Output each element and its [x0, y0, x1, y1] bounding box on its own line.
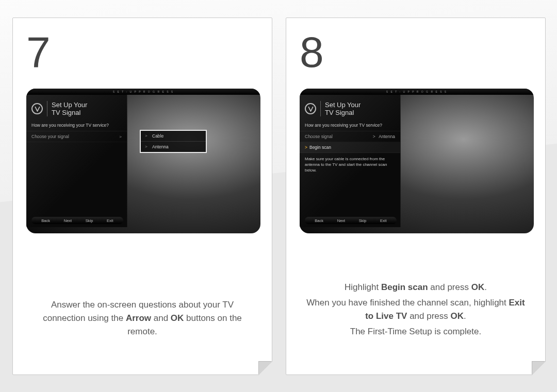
tv-setup-panel: Set Up Your TV Signal How are you receiv…: [26, 95, 127, 227]
panel-title: Set Up Your TV Signal: [52, 101, 87, 116]
tv-screenshot-step8: S E T - U P P R O G R E S S Set Up Your …: [300, 89, 534, 233]
instr-text: Highlight: [345, 282, 381, 292]
nav-next[interactable]: Next: [64, 218, 72, 223]
instruction-text-7: Answer the on-screen questions about you…: [26, 298, 258, 340]
card-folded-corner: [532, 362, 546, 375]
step-number: 7: [26, 27, 258, 77]
tv-top-progress-bar: S E T - U P P R O G R E S S: [300, 89, 534, 95]
instr-text: and: [151, 313, 171, 323]
title-line2: TV Signal: [52, 109, 87, 116]
step-number: 8: [300, 27, 532, 77]
nav-exit[interactable]: Exit: [380, 218, 387, 223]
panel-title: Set Up Your TV Signal: [325, 101, 361, 116]
help-text: Make sure your cable is connected from t…: [300, 153, 400, 176]
nav-back[interactable]: Back: [315, 218, 323, 223]
instr-text: and press: [407, 311, 450, 321]
signal-dropdown-menu: Cable Antenna: [140, 130, 207, 153]
card-folded-corner: [259, 362, 272, 375]
choose-signal-label: Choose signal: [305, 134, 333, 139]
divider: [47, 101, 47, 116]
instr-bold-ok: OK: [171, 313, 184, 323]
nav-next[interactable]: Next: [337, 218, 345, 223]
instr-text: and press: [428, 282, 471, 292]
chevron-right-icon: > Antenna: [373, 134, 395, 139]
nav-skip[interactable]: Skip: [359, 218, 367, 223]
instr-bold-begin-scan: Begin scan: [381, 282, 428, 292]
tv-setup-panel: Set Up Your TV Signal How are you receiv…: [300, 95, 401, 227]
tv-top-progress-bar: S E T - U P P R O G R E S S: [26, 89, 260, 95]
panel-header: Set Up Your TV Signal: [26, 95, 127, 121]
dropdown-option-cable[interactable]: Cable: [141, 131, 206, 142]
title-line2: TV Signal: [325, 109, 361, 116]
step-cards-container: 7 S E T - U P P R O G R E S S Set Up You…: [12, 18, 546, 375]
nav-back[interactable]: Back: [41, 218, 50, 223]
vizio-logo-icon: [305, 103, 316, 114]
choose-signal-row[interactable]: Choose signal > Antenna: [300, 131, 400, 142]
panel-question: How are you receiving your TV service?: [26, 121, 127, 131]
nav-exit[interactable]: Exit: [107, 218, 113, 223]
tv-screenshot-step7: S E T - U P P R O G R E S S Set Up Your …: [26, 89, 260, 233]
begin-scan-label: Begin scan: [309, 145, 331, 150]
instr-text-complete: The First-Time Setup is complete.: [305, 325, 527, 338]
step-card-8: 8 S E T - U P P R O G R E S S Set Up You…: [286, 18, 546, 375]
instr-text: When you have finished the channel scan,…: [306, 298, 509, 308]
instr-text: .: [464, 311, 466, 321]
chevron-right-icon: >: [305, 145, 307, 150]
nav-skip[interactable]: Skip: [86, 218, 93, 223]
divider: [320, 101, 321, 116]
instruction-text-8: Highlight Begin scan and press OK. When …: [300, 281, 532, 340]
begin-scan-row[interactable]: >Begin scan: [300, 142, 400, 153]
choose-signal-value: Antenna: [379, 134, 395, 139]
chevron-right-icon: >: [119, 134, 122, 139]
choose-signal-row[interactable]: Choose your signal >: [26, 131, 127, 142]
dropdown-option-antenna[interactable]: Antenna: [141, 142, 206, 152]
step-card-7: 7 S E T - U P P R O G R E S S Set Up You…: [12, 18, 272, 375]
instr-text: .: [484, 282, 487, 292]
instr-bold-ok: OK: [451, 311, 464, 321]
panel-question: How are you receiving your TV service?: [300, 121, 400, 131]
title-line1: Set Up Your: [325, 101, 361, 109]
choose-signal-label: Choose your signal: [31, 134, 69, 139]
tv-nav-bar: Back Next Skip Exit: [305, 217, 397, 224]
tv-nav-bar: Back Next Skip Exit: [31, 217, 123, 224]
instr-bold-arrow: Arrow: [126, 313, 151, 323]
vizio-logo-icon: [31, 103, 43, 114]
panel-header: Set Up Your TV Signal: [300, 95, 400, 121]
instr-bold-ok: OK: [471, 282, 485, 292]
title-line1: Set Up Your: [52, 101, 87, 109]
